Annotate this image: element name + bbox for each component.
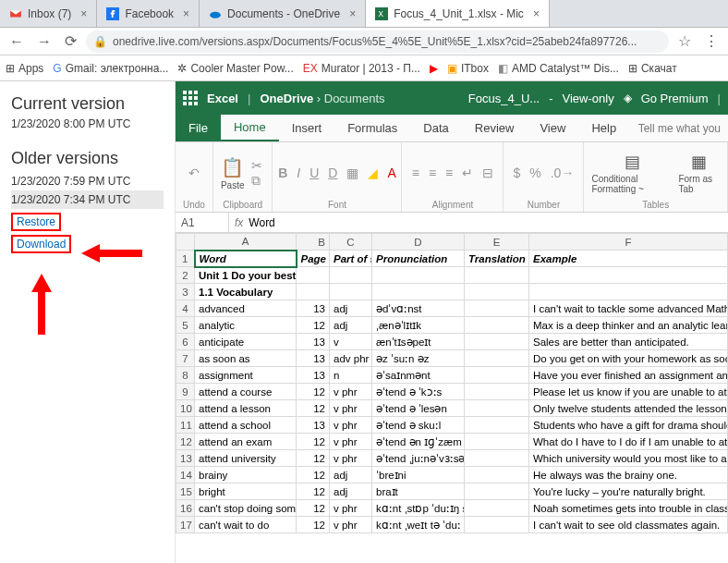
cell[interactable]: I can't wait to see old classmates again… — [529, 517, 728, 533]
go-premium-link[interactable]: Go Premium — [641, 92, 709, 105]
cell[interactable]: attend a lesson — [195, 400, 297, 417]
undo-icon[interactable]: ↶ — [187, 165, 201, 180]
tab-onedrive[interactable]: Documents - OneDrive × — [200, 0, 366, 27]
align-top-icon[interactable]: ≡ — [410, 165, 421, 180]
cell[interactable] — [465, 500, 529, 517]
cell[interactable]: 12 — [297, 483, 330, 500]
cell[interactable]: 12 — [297, 434, 330, 450]
wrap-icon[interactable]: ↵ — [460, 165, 475, 180]
cell[interactable]: kɑːnt ˌstɒp ˈduːɪŋ sʌmθɪŋ — [372, 500, 465, 517]
row-header[interactable]: 17 — [176, 517, 195, 533]
cell[interactable]: What do I have to I do if I am unable to… — [529, 434, 728, 450]
align-bot-icon[interactable]: ≡ — [443, 165, 455, 180]
close-icon[interactable]: × — [533, 7, 540, 20]
cell[interactable]: Word — [195, 251, 297, 267]
cell[interactable]: brainy — [195, 467, 297, 483]
cell[interactable] — [372, 284, 465, 300]
cell[interactable] — [465, 467, 529, 483]
cell[interactable] — [465, 517, 529, 533]
cell[interactable]: attend a school — [195, 417, 297, 434]
tab-excel[interactable]: X Focus_4_Unit_1.xlsx - Mic × — [366, 0, 550, 27]
cell[interactable]: əz ˈsuːn əz — [372, 350, 465, 367]
cell[interactable]: Page — [297, 251, 330, 267]
cut-icon[interactable]: ✂ — [249, 158, 264, 173]
cell[interactable]: v phr — [330, 400, 372, 417]
cell[interactable]: 13 — [297, 417, 330, 434]
cell[interactable] — [465, 400, 529, 417]
cell[interactable]: adj — [330, 483, 372, 500]
cell[interactable]: Sales are better than anticipated. — [529, 334, 728, 350]
cell[interactable]: adv phr — [330, 350, 372, 367]
cell[interactable] — [465, 350, 529, 367]
cell[interactable]: Which university would you most like to … — [529, 450, 728, 467]
cell[interactable]: əˈtend ə skuːl — [372, 417, 465, 434]
bookmark-cooler[interactable]: ✲Cooler Master Pow... — [177, 62, 293, 75]
bookmark-ms[interactable]: ⊞Скачат — [628, 62, 677, 75]
cell[interactable]: Example — [529, 251, 728, 267]
cell[interactable]: You're lucky – you're naturally bright. — [529, 483, 728, 500]
column-header[interactable]: A — [195, 234, 297, 251]
currency-icon[interactable]: $ — [511, 165, 522, 180]
formula-value[interactable]: Word — [249, 216, 274, 229]
reload-icon[interactable]: ⟳ — [61, 32, 80, 50]
cell[interactable] — [297, 267, 330, 284]
cell[interactable] — [465, 284, 529, 300]
fill-color-icon[interactable]: ◢ — [366, 165, 380, 180]
bold-button[interactable]: B — [276, 165, 289, 180]
forward-icon[interactable]: → — [33, 33, 55, 50]
cell[interactable]: 12 — [297, 400, 330, 417]
cell[interactable]: 13 — [297, 334, 330, 350]
italic-button[interactable]: I — [295, 165, 302, 180]
bookmark-gmail[interactable]: GGmail: электронна... — [53, 62, 168, 75]
cell[interactable]: assignment — [195, 367, 297, 384]
column-header[interactable]: B — [297, 234, 330, 251]
row-header[interactable]: 13 — [176, 450, 195, 467]
bookmark-apps[interactable]: ⊞Apps — [6, 62, 43, 75]
row-header[interactable]: 14 — [176, 467, 195, 483]
cell[interactable]: Students who have a gift for drama shoul… — [529, 417, 728, 434]
row-header[interactable]: 7 — [176, 350, 195, 367]
version-item[interactable]: 1/23/2020 7:59 PM UTC — [11, 172, 164, 190]
cell[interactable]: əˈtend ən ɪɡˈzæm — [372, 434, 465, 450]
row-header[interactable]: 2 — [176, 267, 195, 284]
cell[interactable]: Have you ever finished an assignment and… — [529, 367, 728, 384]
menu-icon[interactable]: ⋮ — [700, 32, 722, 50]
cell[interactable] — [465, 450, 529, 467]
cell[interactable]: analytic — [195, 317, 297, 334]
cell[interactable] — [465, 483, 529, 500]
cell[interactable]: əˈtend ə ˈlesən — [372, 400, 465, 417]
column-header[interactable]: D — [372, 234, 465, 251]
row-header[interactable]: 9 — [176, 384, 195, 400]
row-header[interactable]: 11 — [176, 417, 195, 434]
percent-icon[interactable]: % — [528, 165, 542, 180]
cell[interactable]: v phr — [330, 450, 372, 467]
underline-button[interactable]: U — [308, 165, 321, 180]
cell[interactable]: Pronunciation — [372, 251, 465, 267]
close-icon[interactable]: × — [183, 7, 189, 20]
cell[interactable]: Unit 1 Do your best — [195, 267, 297, 284]
cell[interactable]: anticipate — [195, 334, 297, 350]
dunderline-button[interactable]: D — [326, 165, 339, 180]
cell[interactable]: braɪt — [372, 483, 465, 500]
cell[interactable]: 12 — [297, 317, 330, 334]
tab-facebook[interactable]: Facebook × — [97, 0, 200, 27]
cell[interactable]: Max is a deep thinker and an analytic le… — [529, 317, 728, 334]
cell[interactable]: v phr — [330, 517, 372, 533]
row-header[interactable]: 1 — [176, 251, 195, 267]
cell[interactable] — [330, 267, 372, 284]
cell[interactable]: ədˈvɑːnst — [372, 300, 465, 317]
column-header[interactable]: C — [330, 234, 372, 251]
cell[interactable]: attend an exam — [195, 434, 297, 450]
conditional-formatting-button[interactable]: ▤Conditional Formatting ~ — [591, 152, 673, 194]
row-header[interactable]: 8 — [176, 367, 195, 384]
close-icon[interactable]: × — [349, 7, 356, 20]
cell[interactable]: Translation — [465, 251, 529, 267]
restore-link[interactable]: Restore — [11, 213, 61, 231]
cell[interactable]: v phr — [330, 434, 372, 450]
cell[interactable]: 12 — [297, 467, 330, 483]
cell[interactable]: adj — [330, 467, 372, 483]
row-header[interactable]: 5 — [176, 317, 195, 334]
cell[interactable]: ˌænəˈlɪtɪk — [372, 317, 465, 334]
paste-button[interactable]: 📋Paste — [221, 156, 245, 190]
align-mid-icon[interactable]: ≡ — [427, 165, 438, 180]
